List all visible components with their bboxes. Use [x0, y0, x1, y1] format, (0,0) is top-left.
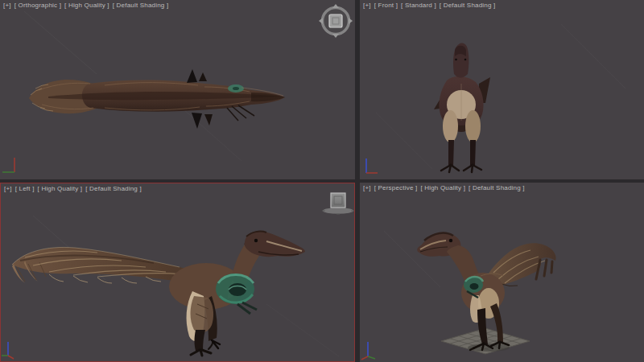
viewport-plus-menu[interactable]: [+] — [3, 2, 11, 9]
raptor-model[interactable] — [434, 43, 490, 173]
axis-tripod-icon — [2, 158, 14, 172]
teal-feather-patch — [216, 274, 257, 314]
viewport-shading-menu[interactable]: [ Default Shading ] — [85, 185, 142, 192]
viewport-shading-menu[interactable]: [ Default Shading ] — [113, 2, 169, 9]
viewport-plus-menu[interactable]: [+] — [363, 184, 371, 191]
raptor-foot — [191, 350, 211, 356]
viewport-label-bar: [+][ Perspective ][ High Quality ][ Defa… — [363, 184, 528, 192]
raptor-perspective-view[interactable] — [360, 183, 644, 362]
viewport-pov-menu[interactable]: [ Perspective ] — [374, 184, 418, 191]
viewcube-orbit-icon[interactable] — [318, 3, 353, 39]
axis-tripod-icon — [2, 342, 14, 359]
raptor-top-view[interactable] — [0, 0, 355, 179]
viewport-left-active[interactable]: [+][ Left ][ High Quality ][ Default Sha… — [0, 183, 355, 362]
viewport-orthographic-top[interactable]: [+][ Orthographic ][ High Quality ][ Def… — [0, 0, 355, 179]
raptor-model[interactable] — [12, 231, 305, 356]
viewport-plus-menu[interactable]: [+] — [4, 185, 12, 192]
axis-tripod-icon — [366, 158, 378, 173]
viewport-quality-menu[interactable]: [ High Quality ] — [64, 2, 109, 9]
viewport-quality-menu[interactable]: [ High Quality ] — [38, 185, 83, 192]
viewport-shading-menu[interactable]: [ Default Shading ] — [469, 184, 525, 191]
viewport-quality-menu[interactable]: [ High Quality ] — [420, 184, 465, 191]
raptor-head — [245, 231, 305, 257]
raptor-front-view[interactable] — [360, 0, 644, 179]
axis-tripod-icon — [361, 342, 375, 360]
viewport-pov-menu[interactable]: [ Front ] — [374, 2, 398, 9]
raptor-tail — [12, 247, 199, 283]
raptor-model[interactable] — [29, 69, 285, 129]
viewport-label-bar: [+][ Left ][ High Quality ][ Default Sha… — [4, 185, 145, 193]
viewport-label-bar: [+][ Orthographic ][ High Quality ][ Def… — [3, 2, 171, 10]
viewport-quality-menu[interactable]: [ Standard ] — [401, 2, 436, 9]
viewport-plus-menu[interactable]: [+] — [363, 2, 371, 9]
viewcube-face-icon[interactable] — [321, 191, 355, 216]
viewport-shading-menu[interactable]: [ Default Shading ] — [440, 2, 496, 9]
viewport-label-bar: [+][ Front ][ Standard ][ Default Shadin… — [363, 2, 498, 10]
viewport-canvas-area: [+][ Orthographic ][ High Quality ][ Def… — [0, 0, 644, 362]
viewport-pov-menu[interactable]: [ Orthographic ] — [14, 2, 61, 9]
viewport-front[interactable]: [+][ Front ][ Standard ][ Default Shadin… — [360, 0, 644, 179]
viewport-pov-menu[interactable]: [ Left ] — [15, 185, 35, 192]
raptor-side-view[interactable] — [1, 183, 354, 361]
viewport-perspective[interactable]: [+][ Perspective ][ High Quality ][ Defa… — [360, 183, 644, 362]
